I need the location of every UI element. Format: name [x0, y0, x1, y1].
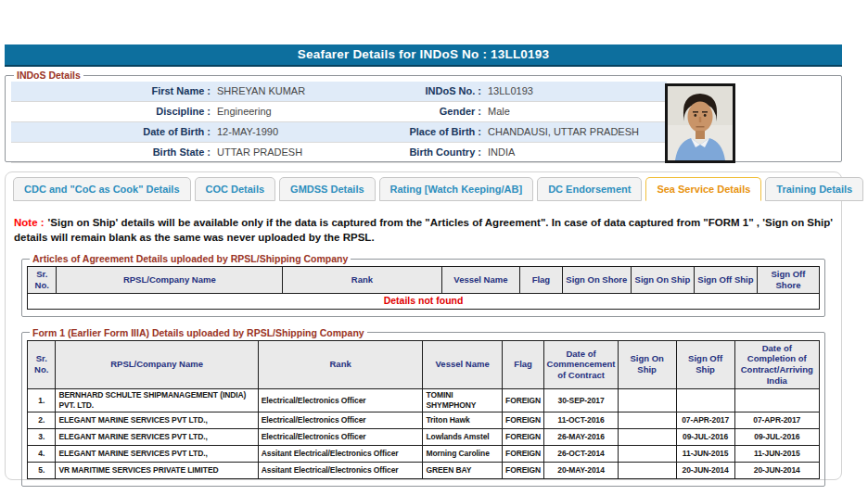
rank-cell: Assitant Electrical/Electronics Officer	[258, 463, 423, 479]
indos-details-legend: INDoS Details	[14, 70, 83, 81]
date-of-birth-label: Date of Birth :	[11, 122, 217, 142]
rank-cell: Electrical/Electronics Officer	[258, 429, 423, 446]
place-of-birth-value: CHANDAUSI, UTTAR PRADESH	[488, 122, 639, 142]
company-cell: ELEGANT MARINE SERVICES PVT LTD.,	[56, 429, 258, 446]
commencement-date-cell: 30-SEP-2017	[544, 389, 618, 412]
gender-label: Gender :	[395, 102, 488, 121]
sign-on-ship-cell	[618, 463, 676, 479]
birth-state-label: Birth State :	[11, 143, 217, 162]
form1-table: Sr. No. RPSL/Company Name Rank Vessel Na…	[27, 340, 820, 480]
flag-cell: FOREIGN	[502, 389, 544, 412]
sign-off-ship-cell: 09-JUL-2016	[676, 429, 734, 446]
tabs-panel: CDC and "CoC as Cook" Details COC Detail…	[5, 171, 842, 480]
first-name-value: SHREYAN KUMAR	[217, 82, 395, 101]
sign-off-ship-cell: 11-JUN-2015	[676, 446, 734, 463]
sign-on-ship-cell	[618, 446, 676, 463]
articles-header-row: Sr. No. RPSL/Company Name Rank Vessel Na…	[28, 267, 820, 294]
form1-legend: Form 1 (Earlier Form IIIA) Details uploa…	[30, 327, 367, 338]
page-title-bar: Seafarer Details for INDoS No : 13LL0193	[5, 44, 842, 67]
commencement-date-cell: 26-MAY-2016	[544, 429, 618, 446]
completion-date-cell: 07-APR-2017	[734, 412, 819, 429]
page-title: Seafarer Details for INDoS No : 13LL0193	[298, 47, 549, 61]
vessel-cell: GREEN BAY	[423, 463, 502, 479]
note-text: 'Sign on Ship' details will be available…	[14, 217, 833, 243]
table-row: 2. ELEGANT MARINE SERVICES PVT LTD., Ele…	[28, 412, 820, 429]
indos-no-value: 13LL0193	[488, 82, 533, 101]
rank-cell: Assitant Electrical/Electronics Officer	[258, 446, 423, 463]
column-header-sign-off-ship: Sign Off Ship	[676, 340, 734, 389]
column-header-vessel: Vessel Name	[441, 267, 519, 294]
indos-no-label: INDoS No. :	[395, 82, 488, 101]
column-header-company: RPSL/Company Name	[56, 340, 258, 389]
table-row: 5. VR MARITIME SERVICES PRIVATE LIMITED …	[28, 463, 820, 479]
column-header-sr-no: Sr. No.	[28, 267, 57, 294]
tab-dc-endorsement[interactable]: DC Endorsement	[537, 177, 642, 201]
tab-rating-watch-keeping-ab[interactable]: Rating [Watch Keeping/AB]	[379, 177, 534, 201]
column-header-commencement-date: Date of Commencement of Contract	[544, 340, 618, 389]
detail-row: Birth State : UTTAR PRADESH Birth Countr…	[11, 143, 667, 163]
completion-date-cell: 11-JUN-2015	[734, 446, 819, 463]
column-header-sr-no: Sr. No.	[28, 340, 56, 389]
flag-cell: FOREIGN	[502, 429, 544, 446]
vessel-cell: Morning Caroline	[423, 446, 502, 463]
indos-details-grid: First Name : SHREYAN KUMAR INDoS No. : 1…	[11, 82, 667, 163]
tab-cdc-coc-as-cook-details[interactable]: CDC and "CoC as Cook" Details	[13, 177, 191, 201]
flag-cell: FOREIGN	[502, 446, 544, 463]
commencement-date-cell: 11-OCT-2016	[544, 412, 618, 429]
column-header-rank: Rank	[258, 340, 423, 389]
column-header-sign-on-ship: Sign On Ship	[618, 340, 676, 389]
column-header-completion-date: Date of Completion of Contract/Arriving …	[734, 340, 819, 389]
tab-bar: CDC and "CoC as Cook" Details COC Detail…	[13, 177, 834, 201]
tab-coc-details[interactable]: COC Details	[195, 177, 276, 201]
company-cell: BERNHARD SCHULTE SHIPMANAGEMENT (INDIA) …	[56, 389, 258, 412]
seafarer-photo	[665, 83, 735, 163]
completion-date-cell: 09-JUL-2016	[734, 429, 819, 446]
commencement-date-cell: 26-OCT-2014	[544, 446, 618, 463]
page: Seafarer Details for INDoS No : 13LL0193…	[5, 44, 842, 480]
note: Note :'Sign on Ship' details will be ava…	[14, 215, 833, 245]
table-row: 1. BERNHARD SCHULTE SHIPMANAGEMENT (INDI…	[28, 389, 820, 412]
sign-on-ship-cell	[618, 429, 676, 446]
vessel-cell: TOMINI SHYMPHONY	[423, 389, 502, 412]
tab-training-details[interactable]: Training Details	[765, 177, 863, 201]
sr-no-cell: 2.	[28, 412, 56, 429]
articles-legend: Articles of Agreement Details uploaded b…	[30, 253, 351, 264]
detail-row: Discipline : Engineering Gender : Male	[11, 102, 667, 122]
column-header-sign-off-ship: Sign Off Ship	[694, 267, 757, 294]
column-header-sign-off-shore: Sign Off Shore	[757, 267, 819, 294]
photo-illustration	[668, 86, 733, 160]
column-header-sign-on-ship: Sign On Ship	[631, 267, 694, 294]
column-header-sign-on-shore: Sign On Shore	[562, 267, 631, 294]
completion-date-cell	[734, 389, 819, 412]
articles-table: Sr. No. RPSL/Company Name Rank Vessel Na…	[27, 266, 820, 309]
column-header-company: RPSL/Company Name	[57, 267, 283, 294]
tab-sea-service-details[interactable]: Sea Service Details	[645, 177, 761, 201]
sign-on-ship-cell	[618, 412, 676, 429]
sr-no-cell: 3.	[28, 429, 56, 446]
sr-no-cell: 1.	[28, 389, 56, 412]
indos-details-fieldset: INDoS Details First Name : SHREYAN KUMAR…	[5, 70, 842, 162]
first-name-label: First Name :	[11, 82, 217, 101]
flag-cell: FOREIGN	[502, 463, 544, 479]
rank-cell: Electrical/Electronics Officer	[258, 412, 423, 429]
discipline-label: Discipline :	[11, 102, 217, 121]
details-not-found-message: Details not found	[28, 293, 820, 309]
form1-header-row: Sr. No. RPSL/Company Name Rank Vessel Na…	[28, 340, 820, 389]
table-row: 3. ELEGANT MARINE SERVICES PVT LTD., Ele…	[28, 429, 820, 446]
sign-off-ship-cell: 20-JUN-2014	[676, 463, 734, 479]
commencement-date-cell: 20-MAY-2014	[544, 463, 618, 479]
tab-gmdss-details[interactable]: GMDSS Details	[279, 177, 375, 201]
detail-row: Date of Birth : 12-MAY-1990 Place of Bir…	[11, 122, 667, 143]
gender-value: Male	[488, 102, 510, 121]
completion-date-cell: 20-JUN-2014	[734, 463, 819, 479]
discipline-value: Engineering	[217, 102, 395, 121]
articles-of-agreement-fieldset: Articles of Agreement Details uploaded b…	[21, 253, 825, 316]
vessel-cell: Lowlands Amstel	[423, 429, 502, 446]
column-header-flag: Flag	[502, 340, 544, 389]
place-of-birth-label: Place of Birth :	[395, 122, 488, 142]
vessel-cell: Triton Hawk	[423, 412, 502, 429]
empty-row: Details not found	[28, 293, 820, 309]
birth-country-label: Birth Country :	[395, 143, 488, 162]
company-cell: VR MARITIME SERVICES PRIVATE LIMITED	[56, 463, 258, 479]
column-header-flag: Flag	[520, 267, 563, 294]
